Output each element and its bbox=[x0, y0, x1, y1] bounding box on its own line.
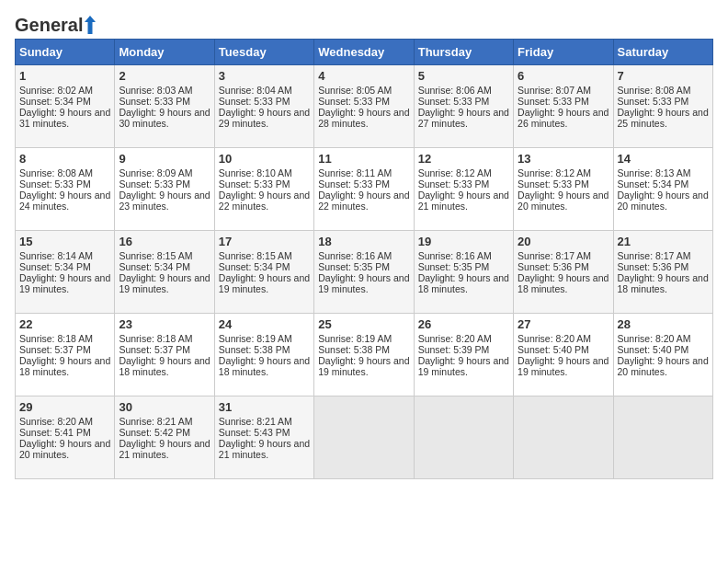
sunrise-text: Sunrise: 8:10 AM bbox=[219, 167, 292, 178]
daylight-text: Daylight: 9 hours and 31 minutes. bbox=[19, 107, 110, 129]
day-number: 17 bbox=[219, 235, 310, 248]
calendar-day-cell: 31Sunrise: 8:21 AMSunset: 5:43 PMDayligh… bbox=[214, 396, 313, 479]
calendar-day-cell: 20Sunrise: 8:17 AMSunset: 5:36 PMDayligh… bbox=[514, 231, 613, 314]
sunrise-text: Sunrise: 8:15 AM bbox=[119, 250, 192, 261]
sunset-text: Sunset: 5:39 PM bbox=[418, 344, 490, 355]
calendar-day-cell: 2Sunrise: 8:03 AMSunset: 5:33 PMDaylight… bbox=[115, 65, 214, 148]
weekday-header-cell: Monday bbox=[115, 40, 214, 65]
day-number: 2 bbox=[119, 69, 210, 83]
calendar-week-row: 22Sunrise: 8:18 AMSunset: 5:37 PMDayligh… bbox=[16, 314, 713, 396]
weekday-header-cell: Saturday bbox=[613, 40, 712, 65]
logo: General bbox=[15, 15, 97, 31]
sunset-text: Sunset: 5:33 PM bbox=[518, 178, 589, 190]
daylight-text: Daylight: 9 hours and 21 minutes. bbox=[219, 438, 310, 460]
calendar-day-cell: 8Sunrise: 8:08 AMSunset: 5:33 PMDaylight… bbox=[16, 148, 115, 231]
calendar-day-cell: 4Sunrise: 8:05 AMSunset: 5:33 PMDaylight… bbox=[314, 65, 414, 148]
day-number: 8 bbox=[19, 152, 110, 166]
sunset-text: Sunset: 5:43 PM bbox=[219, 427, 290, 438]
calendar-day-cell: 11Sunrise: 8:11 AMSunset: 5:33 PMDayligh… bbox=[314, 148, 414, 231]
sunset-text: Sunset: 5:34 PM bbox=[19, 261, 91, 272]
daylight-text: Daylight: 9 hours and 18 minutes. bbox=[219, 355, 310, 377]
daylight-text: Daylight: 9 hours and 28 minutes. bbox=[318, 107, 409, 129]
day-number: 4 bbox=[318, 69, 409, 83]
day-number: 20 bbox=[518, 235, 609, 248]
daylight-text: Daylight: 9 hours and 18 minutes. bbox=[518, 272, 609, 294]
weekday-header-row: SundayMondayTuesdayWednesdayThursdayFrid… bbox=[16, 40, 713, 65]
sunrise-text: Sunrise: 8:06 AM bbox=[418, 85, 492, 96]
sunrise-text: Sunrise: 8:11 AM bbox=[318, 167, 392, 178]
sunrise-text: Sunrise: 8:08 AM bbox=[618, 85, 691, 96]
daylight-text: Daylight: 9 hours and 19 minutes. bbox=[119, 272, 210, 294]
calendar-day-cell: 13Sunrise: 8:12 AMSunset: 5:33 PMDayligh… bbox=[514, 148, 613, 231]
sunset-text: Sunset: 5:35 PM bbox=[418, 261, 490, 272]
sunset-text: Sunset: 5:33 PM bbox=[418, 96, 490, 107]
calendar-day-cell: 24Sunrise: 8:19 AMSunset: 5:38 PMDayligh… bbox=[214, 314, 313, 396]
sunset-text: Sunset: 5:33 PM bbox=[219, 178, 290, 190]
sunrise-text: Sunrise: 8:17 AM bbox=[618, 250, 691, 261]
calendar-day-cell: 7Sunrise: 8:08 AMSunset: 5:33 PMDaylight… bbox=[613, 65, 712, 148]
sunset-text: Sunset: 5:33 PM bbox=[119, 178, 190, 190]
sunset-text: Sunset: 5:36 PM bbox=[518, 261, 589, 272]
sunset-text: Sunset: 5:33 PM bbox=[318, 178, 390, 190]
daylight-text: Daylight: 9 hours and 20 minutes. bbox=[618, 190, 709, 212]
sunrise-text: Sunrise: 8:08 AM bbox=[19, 167, 93, 178]
day-number: 12 bbox=[418, 152, 509, 166]
daylight-text: Daylight: 9 hours and 18 minutes. bbox=[418, 272, 509, 294]
sunrise-text: Sunrise: 8:20 AM bbox=[418, 333, 492, 344]
day-number: 10 bbox=[219, 152, 310, 166]
sunrise-text: Sunrise: 8:19 AM bbox=[318, 333, 392, 344]
sunrise-text: Sunrise: 8:20 AM bbox=[518, 333, 591, 344]
sunrise-text: Sunrise: 8:16 AM bbox=[418, 250, 492, 261]
weekday-header-cell: Friday bbox=[514, 40, 613, 65]
daylight-text: Daylight: 9 hours and 21 minutes. bbox=[119, 438, 210, 460]
sunrise-text: Sunrise: 8:17 AM bbox=[518, 250, 591, 261]
day-number: 6 bbox=[518, 69, 609, 83]
daylight-text: Daylight: 9 hours and 19 minutes. bbox=[318, 355, 409, 377]
calendar-day-cell: 25Sunrise: 8:19 AMSunset: 5:38 PMDayligh… bbox=[314, 314, 414, 396]
calendar-day-cell: 21Sunrise: 8:17 AMSunset: 5:36 PMDayligh… bbox=[613, 231, 712, 314]
sunrise-text: Sunrise: 8:19 AM bbox=[219, 333, 292, 344]
sunrise-text: Sunrise: 8:02 AM bbox=[19, 85, 93, 96]
daylight-text: Daylight: 9 hours and 21 minutes. bbox=[418, 190, 509, 212]
sunrise-text: Sunrise: 8:07 AM bbox=[518, 85, 591, 96]
sunset-text: Sunset: 5:34 PM bbox=[219, 261, 290, 272]
weekday-header-cell: Thursday bbox=[414, 40, 513, 65]
calendar-day-cell: 14Sunrise: 8:13 AMSunset: 5:34 PMDayligh… bbox=[613, 148, 712, 231]
daylight-text: Daylight: 9 hours and 19 minutes. bbox=[19, 272, 110, 294]
sunset-text: Sunset: 5:37 PM bbox=[119, 344, 190, 355]
sunset-text: Sunset: 5:40 PM bbox=[518, 344, 589, 355]
day-number: 23 bbox=[119, 317, 210, 331]
sunrise-text: Sunrise: 8:05 AM bbox=[318, 85, 392, 96]
sunset-text: Sunset: 5:38 PM bbox=[318, 344, 390, 355]
sunrise-text: Sunrise: 8:20 AM bbox=[19, 416, 93, 427]
day-number: 15 bbox=[19, 235, 110, 248]
day-number: 9 bbox=[119, 152, 210, 166]
sunset-text: Sunset: 5:33 PM bbox=[318, 96, 390, 107]
daylight-text: Daylight: 9 hours and 30 minutes. bbox=[119, 107, 210, 129]
daylight-text: Daylight: 9 hours and 20 minutes. bbox=[518, 190, 609, 212]
sunrise-text: Sunrise: 8:20 AM bbox=[618, 333, 691, 344]
day-number: 29 bbox=[19, 400, 110, 414]
sunset-text: Sunset: 5:34 PM bbox=[19, 96, 91, 107]
sunset-text: Sunset: 5:33 PM bbox=[219, 96, 290, 107]
day-number: 3 bbox=[219, 69, 310, 83]
daylight-text: Daylight: 9 hours and 19 minutes. bbox=[318, 272, 409, 294]
calendar-day-cell: 22Sunrise: 8:18 AMSunset: 5:37 PMDayligh… bbox=[16, 314, 115, 396]
calendar-day-cell: 26Sunrise: 8:20 AMSunset: 5:39 PMDayligh… bbox=[414, 314, 513, 396]
calendar-day-cell: 27Sunrise: 8:20 AMSunset: 5:40 PMDayligh… bbox=[514, 314, 613, 396]
calendar-day-cell: 16Sunrise: 8:15 AMSunset: 5:34 PMDayligh… bbox=[115, 231, 214, 314]
daylight-text: Daylight: 9 hours and 22 minutes. bbox=[318, 190, 409, 212]
sunrise-text: Sunrise: 8:09 AM bbox=[119, 167, 192, 178]
calendar-day-cell: 9Sunrise: 8:09 AMSunset: 5:33 PMDaylight… bbox=[115, 148, 214, 231]
sunset-text: Sunset: 5:41 PM bbox=[19, 427, 91, 438]
sunset-text: Sunset: 5:40 PM bbox=[618, 344, 689, 355]
sunrise-text: Sunrise: 8:12 AM bbox=[518, 167, 591, 178]
sunset-text: Sunset: 5:37 PM bbox=[19, 344, 91, 355]
daylight-text: Daylight: 9 hours and 23 minutes. bbox=[119, 190, 210, 212]
calendar-week-row: 1Sunrise: 8:02 AMSunset: 5:34 PMDaylight… bbox=[16, 65, 713, 148]
day-number: 27 bbox=[518, 317, 609, 331]
calendar-week-row: 8Sunrise: 8:08 AMSunset: 5:33 PMDaylight… bbox=[16, 148, 713, 231]
sunset-text: Sunset: 5:34 PM bbox=[618, 178, 689, 190]
sunset-text: Sunset: 5:33 PM bbox=[518, 96, 589, 107]
calendar-week-row: 29Sunrise: 8:20 AMSunset: 5:41 PMDayligh… bbox=[16, 396, 713, 479]
